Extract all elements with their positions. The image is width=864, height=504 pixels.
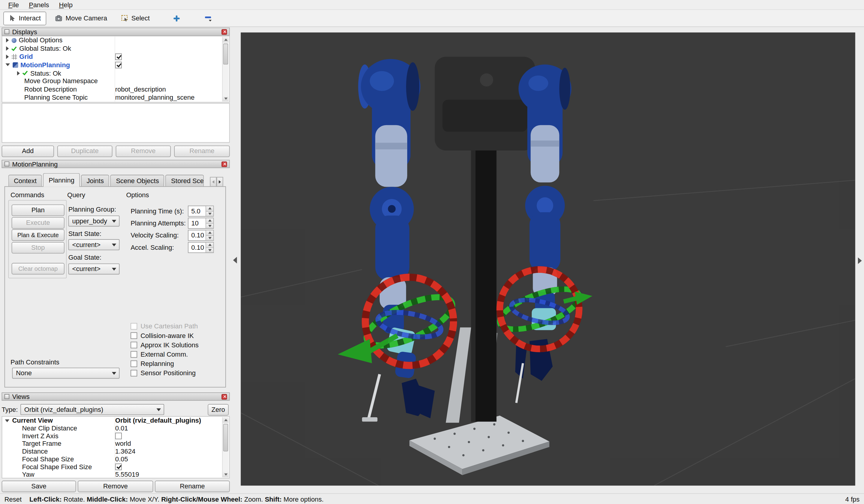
- remove-tool-button[interactable]: [199, 11, 217, 25]
- planning-time-spinner[interactable]: 5.0: [188, 206, 214, 217]
- approx-ik-solutions-checkbox-row[interactable]: Approx IK Solutions: [131, 341, 199, 349]
- spin-down-icon[interactable]: [206, 223, 213, 228]
- tree-row-planning-scene-topic[interactable]: Planning Scene Topic monitored_planning_…: [2, 93, 229, 101]
- views-row-invert-z[interactable]: Invert Z Axis: [2, 432, 229, 440]
- robot-3d-view[interactable]: [241, 33, 855, 485]
- checkbox[interactable]: [131, 351, 137, 358]
- menu-help[interactable]: Help: [54, 0, 77, 9]
- views-row-focal-shape-fixed[interactable]: Focal Shape Fixed Size: [2, 463, 229, 471]
- tab-scroll-right-icon[interactable]: [217, 177, 223, 187]
- zero-button[interactable]: Zero: [208, 404, 229, 416]
- displays-panel-header[interactable]: Displays: [2, 28, 230, 36]
- expander-icon[interactable]: [6, 47, 9, 51]
- views-panel-header[interactable]: Views: [2, 392, 230, 401]
- remove-button[interactable]: Remove: [116, 146, 171, 157]
- motionplanning-panel-header[interactable]: MotionPlanning: [2, 160, 230, 168]
- plan-and-execute-button[interactable]: Plan & Execute: [12, 229, 64, 241]
- row-value[interactable]: 1.3624: [115, 447, 135, 455]
- views-row-focal-shape-size[interactable]: Focal Shape Size 0.05: [2, 455, 229, 463]
- use-cartesian-path-checkbox-row[interactable]: Use Cartesian Path: [131, 322, 198, 330]
- focal-shape-fixed-checkbox[interactable]: [115, 464, 122, 470]
- execute-button[interactable]: Execute: [12, 217, 64, 229]
- expander-icon[interactable]: [5, 419, 10, 422]
- add-tool-button[interactable]: [167, 11, 186, 25]
- expander-icon[interactable]: [17, 71, 20, 75]
- scroll-down-icon[interactable]: [223, 472, 229, 477]
- close-icon[interactable]: [221, 29, 227, 34]
- tree-row-global-status[interactable]: Global Status: Ok: [2, 45, 229, 52]
- scrollbar[interactable]: [222, 37, 229, 101]
- views-rename-button[interactable]: Rename: [155, 481, 230, 492]
- invert-z-checkbox[interactable]: [115, 433, 122, 439]
- tree-row-grid[interactable]: Grid: [2, 53, 229, 61]
- collapse-right-panel-arrow[interactable]: [858, 257, 862, 264]
- tree-row-robot-description[interactable]: Robot Description robot_description: [2, 85, 229, 93]
- clear-octomap-button[interactable]: Clear octomap: [12, 263, 64, 275]
- interact-tool-button[interactable]: Interact: [3, 11, 46, 25]
- reset-button[interactable]: Reset: [4, 495, 22, 503]
- row-value[interactable]: 5.55019: [115, 471, 139, 479]
- spin-up-icon[interactable]: [206, 230, 213, 235]
- tab-joints[interactable]: Joints: [81, 175, 109, 187]
- start-state-select[interactable]: <current>: [69, 239, 120, 250]
- view-type-select[interactable]: Orbit (rviz_default_plugins): [21, 404, 164, 415]
- menu-panels[interactable]: Panels: [24, 0, 54, 9]
- spin-up-icon[interactable]: [206, 218, 213, 223]
- goal-state-select[interactable]: <current>: [69, 264, 120, 275]
- checkbox[interactable]: [131, 370, 137, 376]
- collision-aware-ik-checkbox-row[interactable]: Collision-aware IK: [131, 332, 194, 339]
- tree-row-status-ok[interactable]: Status: Ok: [2, 69, 229, 77]
- collapse-left-panel-arrow[interactable]: [233, 257, 237, 264]
- duplicate-button[interactable]: Duplicate: [57, 146, 112, 157]
- row-value[interactable]: 0.05: [115, 455, 128, 463]
- close-icon[interactable]: [221, 161, 227, 167]
- views-row-near-clip[interactable]: Near Clip Distance 0.01: [2, 424, 229, 432]
- spin-up-icon[interactable]: [206, 206, 213, 211]
- row-value[interactable]: robot_description: [115, 86, 166, 93]
- replanning-checkbox-row[interactable]: Replanning: [131, 360, 174, 368]
- expander-icon[interactable]: [6, 38, 9, 43]
- row-value[interactable]: world: [115, 440, 131, 447]
- spin-down-icon[interactable]: [206, 247, 213, 252]
- views-row-target-frame[interactable]: Target Frame world: [2, 440, 229, 447]
- views-row-yaw[interactable]: Yaw 5.55019: [2, 471, 229, 479]
- checkbox[interactable]: [131, 361, 137, 367]
- select-tool-button[interactable]: Select: [116, 11, 155, 25]
- move-camera-tool-button[interactable]: Move Camera: [49, 11, 112, 25]
- close-icon[interactable]: [221, 394, 227, 399]
- display-enabled-checkbox[interactable]: [115, 53, 122, 60]
- stop-button[interactable]: Stop: [12, 242, 64, 254]
- viewport[interactable]: [241, 33, 855, 485]
- scroll-thumb[interactable]: [223, 44, 228, 64]
- checkbox[interactable]: [131, 323, 137, 329]
- tab-planning[interactable]: Planning: [43, 173, 80, 187]
- scroll-down-icon[interactable]: [223, 96, 229, 101]
- tab-scene-objects[interactable]: Scene Objects: [110, 175, 165, 187]
- checkbox[interactable]: [131, 341, 137, 348]
- tab-scroll-left-icon[interactable]: [210, 177, 217, 187]
- views-row-current-view[interactable]: Current View Orbit (rviz_default_plugins…: [2, 417, 229, 424]
- views-row-distance[interactable]: Distance 1.3624: [2, 447, 229, 455]
- velocity-scaling-spinner[interactable]: 0.10: [188, 230, 214, 241]
- tab-context[interactable]: Context: [9, 175, 42, 187]
- planning-group-select[interactable]: upper_body: [69, 216, 120, 227]
- rename-button[interactable]: Rename: [174, 146, 230, 157]
- spin-up-icon[interactable]: [206, 242, 213, 247]
- save-button[interactable]: Save: [2, 481, 76, 492]
- add-button[interactable]: Add: [2, 146, 54, 157]
- display-enabled-checkbox[interactable]: [115, 61, 122, 68]
- path-constraints-select[interactable]: None: [12, 368, 119, 379]
- tree-row-move-group-namespace[interactable]: Move Group Namespace: [2, 77, 229, 85]
- expander-icon[interactable]: [5, 64, 10, 66]
- spin-down-icon[interactable]: [206, 211, 213, 216]
- checkbox[interactable]: [131, 332, 137, 339]
- scroll-up-icon[interactable]: [223, 417, 229, 423]
- scroll-thumb[interactable]: [223, 424, 228, 452]
- scrollbar[interactable]: [222, 417, 229, 477]
- spin-down-icon[interactable]: [206, 235, 213, 240]
- row-value[interactable]: monitored_planning_scene: [115, 94, 195, 101]
- tree-row-motionplanning[interactable]: MotionPlanning: [2, 61, 229, 69]
- views-remove-button[interactable]: Remove: [78, 481, 153, 492]
- tab-stored-scenes[interactable]: Stored Sce: [166, 175, 204, 187]
- plan-button[interactable]: Plan: [12, 204, 64, 216]
